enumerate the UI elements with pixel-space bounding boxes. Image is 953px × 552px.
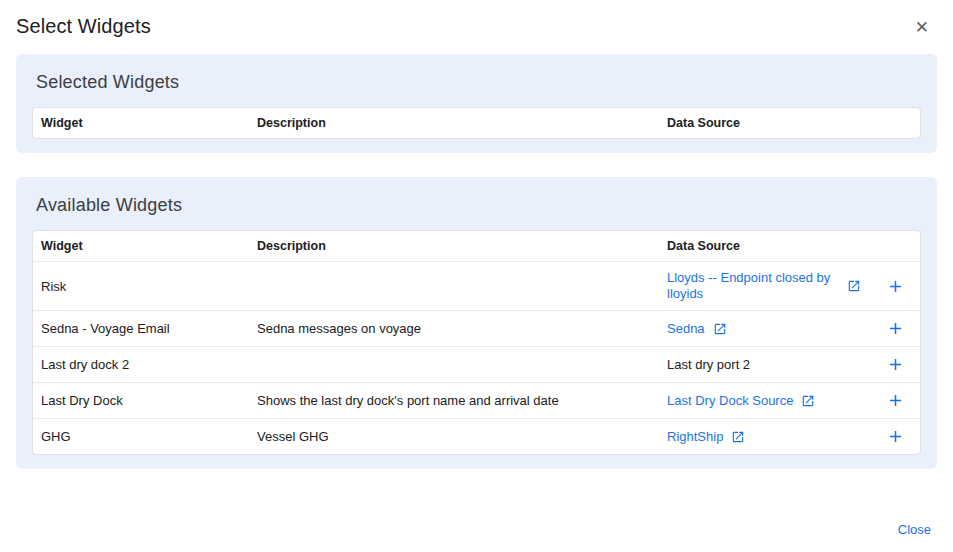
widget-name-cell: GHG	[33, 421, 249, 452]
table-row: Last Dry Dock Shows the last dry dock's …	[33, 382, 920, 418]
selected-widgets-header-row: Widget Description Data Source	[33, 108, 920, 138]
close-icon[interactable]: ✕	[911, 15, 933, 40]
available-widgets-section: Available Widgets Widget Description Dat…	[16, 177, 937, 469]
data-source-link[interactable]: RightShip	[667, 429, 723, 445]
table-row: Sedna - Voyage Email Sedna messages on v…	[33, 310, 920, 346]
add-widget-button[interactable]	[876, 311, 920, 346]
table-row: Risk Lloyds -- Endpoint closed by lloyid…	[33, 261, 920, 310]
external-link-icon[interactable]	[801, 394, 815, 408]
data-source-link[interactable]: Lloyds -- Endpoint closed by lloyids	[667, 270, 839, 302]
selected-widgets-table: Widget Description Data Source	[32, 107, 921, 139]
available-widgets-body: Risk Lloyds -- Endpoint closed by lloyid…	[33, 261, 920, 454]
widget-description-cell: Sedna messages on voyage	[249, 313, 659, 344]
close-button[interactable]: Close	[898, 522, 931, 537]
available-widgets-title: Available Widgets	[36, 195, 921, 216]
widget-name-cell: Last Dry Dock	[33, 385, 249, 416]
external-link-icon[interactable]	[847, 279, 861, 293]
widget-description-cell: Shows the last dry dock's port name and …	[249, 385, 659, 416]
widget-description-cell: Vessel GHG	[249, 421, 659, 452]
data-source-cell: Lloyds -- Endpoint closed by lloyids	[659, 262, 876, 310]
widget-description-cell	[249, 278, 659, 294]
selected-widgets-title: Selected Widgets	[36, 72, 921, 93]
column-header-data-source: Data Source	[659, 108, 876, 138]
table-row: GHG Vessel GHG RightShip	[33, 418, 920, 454]
dialog-footer: Close	[898, 520, 931, 538]
column-header-data-source: Data Source	[659, 231, 876, 261]
widget-name-cell: Last dry dock 2	[33, 349, 249, 380]
data-source-link: Last dry port 2	[667, 357, 750, 373]
data-source-cell: RightShip	[659, 421, 876, 453]
available-widgets-header-row: Widget Description Data Source	[33, 231, 920, 261]
column-header-description: Description	[249, 231, 659, 261]
dialog-header: Select Widgets ✕	[0, 0, 953, 54]
data-source-cell: Sedna	[659, 313, 876, 345]
add-widget-button[interactable]	[876, 269, 920, 304]
selected-widgets-section: Selected Widgets Widget Description Data…	[16, 54, 937, 153]
widget-description-cell	[249, 357, 659, 373]
column-header-widget: Widget	[33, 231, 249, 261]
column-header-actions	[876, 238, 920, 254]
external-link-icon[interactable]	[731, 430, 745, 444]
external-link-icon[interactable]	[713, 322, 727, 336]
data-source-cell: Last dry port 2	[659, 349, 876, 381]
widget-name-cell: Risk	[33, 271, 249, 302]
data-source-link[interactable]: Sedna	[667, 321, 705, 337]
add-widget-button[interactable]	[876, 347, 920, 382]
select-widgets-dialog: Select Widgets ✕ Selected Widgets Widget…	[0, 0, 953, 469]
column-header-actions	[876, 115, 920, 131]
column-header-description: Description	[249, 108, 659, 138]
column-header-widget: Widget	[33, 108, 249, 138]
data-source-link[interactable]: Last Dry Dock Source	[667, 393, 793, 409]
widget-name-cell: Sedna - Voyage Email	[33, 313, 249, 344]
add-widget-button[interactable]	[876, 383, 920, 418]
available-widgets-table: Widget Description Data Source Risk Lloy…	[32, 230, 921, 455]
dialog-title: Select Widgets	[16, 15, 151, 38]
table-row: Last dry dock 2 Last dry port 2	[33, 346, 920, 382]
add-widget-button[interactable]	[876, 419, 920, 454]
data-source-cell: Last Dry Dock Source	[659, 385, 876, 417]
